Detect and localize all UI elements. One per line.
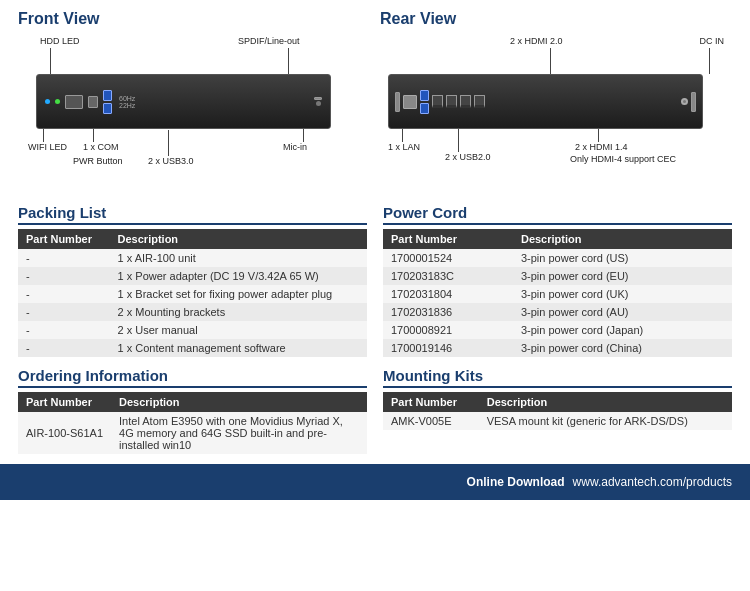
table-row: -1 x Bracket set for fixing power adapte… <box>18 285 367 303</box>
table-cell: 1 x Bracket set for fixing power adapter… <box>110 285 367 303</box>
mic-in-label: Mic-in <box>283 142 307 152</box>
mounting-kits-section: Mounting Kits Part Number Description AM… <box>383 367 732 454</box>
table-row: 17000015243-pin power cord (US) <box>383 249 732 267</box>
mounting-kits-title: Mounting Kits <box>383 367 732 388</box>
spdif-vline <box>288 48 289 74</box>
hdmi20-label: 2 x HDMI 2.0 <box>510 36 563 46</box>
table-row: 17000089213-pin power cord (Japan) <box>383 321 732 339</box>
table-cell: - <box>18 249 110 267</box>
hdmi14-label: 2 x HDMI 1.4 <box>575 142 628 152</box>
table-cell: VESA mount kit (generic for ARK-DS/DS) <box>479 412 732 430</box>
table-cell: 3-pin power cord (China) <box>513 339 732 357</box>
usb30-label: 2 x USB3.0 <box>148 156 194 166</box>
hdmi20-vline <box>550 48 551 74</box>
table-cell: - <box>18 267 110 285</box>
rear-device-box <box>388 74 703 129</box>
wifi-led-label: WIFI LED <box>28 142 67 152</box>
table-cell: - <box>18 339 110 357</box>
lan-vline <box>402 129 403 142</box>
front-view-diagram: 60Hz22Hz HDD LED WIFI LED 1 x COM <box>18 34 370 194</box>
lan-label: 1 x LAN <box>388 142 420 152</box>
hdd-led-line <box>50 48 51 74</box>
table-row: 17020318363-pin power cord (AU) <box>383 303 732 321</box>
footer: Online Download www.advantech.com/produc… <box>0 464 750 500</box>
hdmi4-port <box>474 95 485 108</box>
ant-port-right <box>691 92 696 112</box>
mounting-kits-table: Part Number Description AMK-V005EVESA mo… <box>383 392 732 430</box>
mounting-col-desc: Description <box>479 392 732 412</box>
table-cell: 1 x Content management software <box>110 339 367 357</box>
mounting-col-part: Part Number <box>383 392 479 412</box>
mic-in-port <box>316 101 321 106</box>
hdmi-cec-label: Only HDMI-4 support CEC <box>570 154 676 164</box>
mic-in-vline <box>303 129 304 142</box>
wifi-led-indicator <box>45 99 50 104</box>
table-row: -1 x AIR-100 unit <box>18 249 367 267</box>
lan-port <box>403 95 417 109</box>
ordering-col-part: Part Number <box>18 392 111 412</box>
dc-in-label: DC IN <box>700 36 725 46</box>
dc-in-port <box>681 98 688 105</box>
pwr-btn-label: PWR Button <box>73 156 123 166</box>
front-view-title: Front View <box>18 10 370 28</box>
hdmi3-port <box>460 95 471 108</box>
rear-view-title: Rear View <box>380 10 732 28</box>
spdif-label: SPDIF/Line-out <box>238 36 300 46</box>
power-col-desc: Description <box>513 229 732 249</box>
table-cell: 3-pin power cord (EU) <box>513 267 732 285</box>
power-cord-table: Part Number Description 17000015243-pin … <box>383 229 732 357</box>
vga-port <box>65 95 83 109</box>
table-row: -2 x User manual <box>18 321 367 339</box>
usb30-port-1 <box>103 90 112 101</box>
power-col-part: Part Number <box>383 229 513 249</box>
table-row: 170203183C3-pin power cord (EU) <box>383 267 732 285</box>
table-cell: Intel Atom E3950 with one Movidius Myria… <box>111 412 367 454</box>
spdif-port <box>314 97 322 100</box>
rear-view-diagram: DC IN 2 x HDMI 2.0 1 x LAN 2 x USB2.0 2 … <box>380 34 732 194</box>
packing-list-table: Part Number Description -1 x AIR-100 uni… <box>18 229 367 357</box>
table-cell: 1 x Power adapter (DC 19 V/3.42A 65 W) <box>110 267 367 285</box>
table-row: -2 x Mounting brackets <box>18 303 367 321</box>
table-row: -1 x Power adapter (DC 19 V/3.42A 65 W) <box>18 267 367 285</box>
table-row: -1 x Content management software <box>18 339 367 357</box>
table-cell: 170203183C <box>383 267 513 285</box>
packing-list-title: Packing List <box>18 204 367 225</box>
table-cell: 1702031836 <box>383 303 513 321</box>
table-cell: 1 x AIR-100 unit <box>110 249 367 267</box>
usb20-label: 2 x USB2.0 <box>445 152 491 162</box>
table-cell: 1700001524 <box>383 249 513 267</box>
hdd-led-indicator <box>55 99 60 104</box>
usb30-vline <box>168 130 169 156</box>
packing-list-section: Packing List Part Number Description -1 … <box>18 204 367 357</box>
table-row: AIR-100-S61A1Intel Atom E3950 with one M… <box>18 412 367 454</box>
table-cell: - <box>18 303 110 321</box>
footer-url: www.advantech.com/products <box>573 475 732 489</box>
power-cord-section: Power Cord Part Number Description 17000… <box>383 204 732 357</box>
front-device-box: 60Hz22Hz <box>36 74 331 129</box>
usb20-vline <box>458 129 459 152</box>
table-cell: 2 x User manual <box>110 321 367 339</box>
table-cell: 2 x Mounting brackets <box>110 303 367 321</box>
packing-col-part: Part Number <box>18 229 110 249</box>
usb30-port-2 <box>103 103 112 114</box>
table-cell: AMK-V005E <box>383 412 479 430</box>
com-vline <box>93 129 94 142</box>
table-cell: 3-pin power cord (Japan) <box>513 321 732 339</box>
usb20-port-1 <box>420 90 429 101</box>
table-cell: - <box>18 285 110 303</box>
power-cord-title: Power Cord <box>383 204 732 225</box>
table-row: 17020318043-pin power cord (UK) <box>383 285 732 303</box>
table-cell: 1700019146 <box>383 339 513 357</box>
usb20-port-2 <box>420 103 429 114</box>
ordering-info-title: Ordering Information <box>18 367 367 388</box>
wifi-led-vline <box>43 129 44 142</box>
table-cell: 1700008921 <box>383 321 513 339</box>
packing-col-desc: Description <box>110 229 367 249</box>
hdmi14-vline <box>598 129 599 142</box>
com-label: 1 x COM <box>83 142 119 152</box>
table-row: AMK-V005EVESA mount kit (generic for ARK… <box>383 412 732 430</box>
hdmi1-port <box>432 95 443 108</box>
ordering-info-table: Part Number Description AIR-100-S61A1Int… <box>18 392 367 454</box>
table-row: 17000191463-pin power cord (China) <box>383 339 732 357</box>
ordering-info-section: Ordering Information Part Number Descrip… <box>18 367 367 454</box>
